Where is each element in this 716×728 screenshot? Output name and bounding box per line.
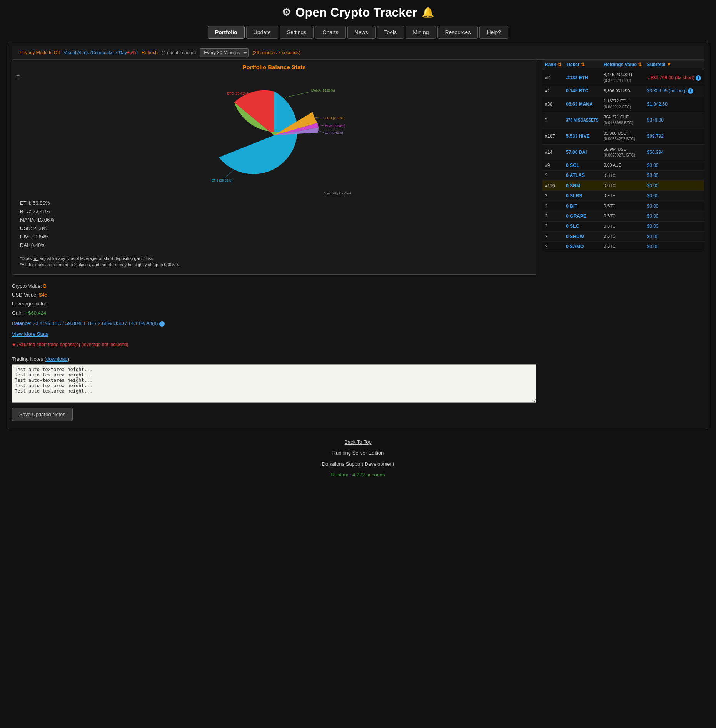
subtotal-cell: $0.00 xyxy=(644,211,704,221)
bottom-stats: Crypto Value: B USD Value: $45, Leverage… xyxy=(12,278,536,351)
bell-icon[interactable]: 🔔 xyxy=(422,7,434,18)
hive-label: HIVE (0.64%) xyxy=(325,124,345,128)
holdings-cell: 1.13772 ETH(0.080912 BTC) xyxy=(601,96,645,112)
tab-charts[interactable]: Charts xyxy=(315,26,345,39)
ticker-cell: 0 SLC xyxy=(564,221,601,231)
table-row: ? 0 SHDW 0 BTC $0.00 xyxy=(542,232,704,242)
ticker-cell: 5.533 HIVE xyxy=(564,128,601,144)
leverage-line: Leverage Includ xyxy=(12,299,536,308)
ticker-cell: 0 SRM xyxy=(564,181,601,191)
subtotal-cell: $0.00 xyxy=(644,221,704,231)
row-info-btn[interactable]: i xyxy=(696,75,701,81)
powered-by-text: Powered by ZingChart xyxy=(324,192,351,195)
subtotal-cell: $0.00 xyxy=(644,191,704,201)
th-subtotal[interactable]: Subtotal ▼ xyxy=(644,60,704,70)
rank-cell: #116 xyxy=(542,181,564,191)
table-row: #187 5.533 HIVE 89.906 USDT(0.00384292 B… xyxy=(542,128,704,144)
tab-mining[interactable]: Mining xyxy=(406,26,436,39)
holdings-cell: 0 BTC xyxy=(601,221,645,231)
toolbar: Privacy Mode Is Off Visual Alerts (Coing… xyxy=(12,46,704,60)
rank-cell: #1 xyxy=(542,86,564,96)
tab-help[interactable]: Help? xyxy=(479,26,508,39)
btc-label: BTC (23.41%) xyxy=(227,92,248,95)
subtotal-cell: $0.00 xyxy=(644,242,704,252)
balance-info-btn[interactable]: i xyxy=(159,321,165,327)
holdings-cell: 364.271 CHF(0.0165986 BTC) xyxy=(601,112,645,128)
ticker-cell: 0 ATLAS xyxy=(564,170,601,180)
visual-alerts-text: Visual Alerts (Coingecko 7 Day±5%) xyxy=(63,50,137,55)
tab-portfolio[interactable]: Portfolio xyxy=(208,26,245,39)
rank-cell: ? xyxy=(542,112,564,128)
row-info-btn[interactable]: i xyxy=(688,88,693,94)
ticker-cell: .2132 ETH xyxy=(564,70,601,86)
table-row: #9 0 SOL 0.00 AUD $0.00 xyxy=(542,160,704,170)
app-title: Open Crypto Tracker xyxy=(295,5,417,20)
legend-usd: USD: 2.68% xyxy=(20,224,528,233)
holdings-cell: 8,445.23 USDT(0.370374 BTC) xyxy=(601,70,645,86)
view-more-stats-link[interactable]: View More Stats xyxy=(12,330,536,338)
holdings-cell: 56.994 USD(0.00250271 BTC) xyxy=(601,144,645,160)
rank-cell: #38 xyxy=(542,96,564,112)
legend-eth: ETH: 59.80% xyxy=(20,199,528,207)
holdings-cell: 0 BTC xyxy=(601,242,645,252)
tab-settings[interactable]: Settings xyxy=(280,26,314,39)
portfolio-chart-panel: Portfolio Balance Stats ≡ xyxy=(12,60,536,275)
table-row: #1 0.145 BTC 3,306.93 USD $3,306.95 (5x … xyxy=(542,86,704,96)
table-header-row: Rank ⇅ Ticker ⇅ Holdings Value ⇅ Subtota… xyxy=(542,60,704,70)
dai-label-line xyxy=(318,130,324,133)
th-rank[interactable]: Rank ⇅ xyxy=(542,60,564,70)
donations-link[interactable]: Donations Support Development xyxy=(0,459,716,470)
table-row: #14 57.00 DAI 56.994 USD(0.00250271 BTC)… xyxy=(542,144,704,160)
subtotal-cell: $3,306.95 (5x long) i xyxy=(644,86,704,96)
table-row: #38 06.63 MANA 1.13772 ETH(0.080912 BTC)… xyxy=(542,96,704,112)
save-updated-notes-button[interactable]: Save Updated Notes xyxy=(12,408,73,421)
crypto-table: Rank ⇅ Ticker ⇅ Holdings Value ⇅ Subtota… xyxy=(542,60,704,252)
main-container: Privacy Mode Is Off Visual Alerts (Coing… xyxy=(8,42,708,429)
balance-value: 23.41% BTC / 59.80% ETH / 2.68% USD / 14… xyxy=(33,320,158,326)
runtime-text: Runtime: 4.272 seconds xyxy=(0,470,716,481)
gear-icon[interactable]: ⚙ xyxy=(282,7,291,18)
nav-bar: Portfolio Update Settings Charts News To… xyxy=(0,23,716,42)
table-row: ? 0 BIT 0 BTC $0.00 xyxy=(542,201,704,211)
header: ⚙ Open Crypto Tracker 🔔 Portfolio Update… xyxy=(0,0,716,42)
adjusted-note: ★ Adjusted short trade deposit(s) (lever… xyxy=(12,341,536,349)
interval-select[interactable]: Every 30 Minutes Every 5 Minutes Every 1… xyxy=(200,48,249,57)
ticker-cell: 378 MISCASSETS xyxy=(564,112,601,128)
th-ticker[interactable]: Ticker ⇅ xyxy=(564,60,601,70)
tab-news[interactable]: News xyxy=(347,26,376,39)
dai-label: DAI (0.40%) xyxy=(325,131,343,135)
server-edition-link[interactable]: Running Server Edition xyxy=(0,448,716,459)
holdings-cell: 0 BTC xyxy=(601,201,645,211)
rank-cell: #187 xyxy=(542,128,564,144)
tab-tools[interactable]: Tools xyxy=(377,26,404,39)
refresh-link[interactable]: Refresh xyxy=(142,50,158,55)
left-section: Portfolio Balance Stats ≡ xyxy=(12,60,536,425)
table-row: #116 0 SRM 0 BTC $0.00 xyxy=(542,181,704,191)
rank-cell: ? xyxy=(542,191,564,201)
ticker-cell: 0 SAMO xyxy=(564,242,601,252)
download-link[interactable]: download xyxy=(46,356,68,362)
holdings-cell: 0.00 AUD xyxy=(601,160,645,170)
footer: Back To Top Running Server Edition Donat… xyxy=(0,429,716,485)
table-row: ? 0 SLRS 0 ETH $0.00 xyxy=(542,191,704,201)
gain-line: Gain: +$60,424 xyxy=(12,308,536,317)
subtotal-cell: $0.00 xyxy=(644,232,704,242)
table-row: ? 378 MISCASSETS 364.271 CHF(0.0165986 B… xyxy=(542,112,704,128)
th-holdings[interactable]: Holdings Value ⇅ xyxy=(601,60,645,70)
ticker-cell: 0 BIT xyxy=(564,201,601,211)
hive-label-line xyxy=(317,125,324,126)
trading-notes-textarea[interactable]: Test auto-textarea height... Test auto-t… xyxy=(12,364,536,403)
cache-text: (4 minute cache) xyxy=(162,50,196,55)
chart-footnote: *Does not adjust for any type of leverag… xyxy=(16,253,532,270)
chart-menu-icon[interactable]: ≡ xyxy=(16,73,20,80)
privacy-mode-link[interactable]: Privacy Mode Is Off xyxy=(20,50,60,55)
gain-value: +$60,424 xyxy=(25,310,47,316)
subtotal-cell: $1,842.60 xyxy=(644,96,704,112)
subtotal-cell: $89.792 xyxy=(644,128,704,144)
table-row: ? 0 GRAPE 0 BTC $0.00 xyxy=(542,211,704,221)
back-to-top-link[interactable]: Back To Top xyxy=(0,437,716,448)
tab-update[interactable]: Update xyxy=(246,26,278,39)
rank-cell: ? xyxy=(542,232,564,242)
tab-resources[interactable]: Resources xyxy=(437,26,478,39)
rank-cell: ? xyxy=(542,242,564,252)
